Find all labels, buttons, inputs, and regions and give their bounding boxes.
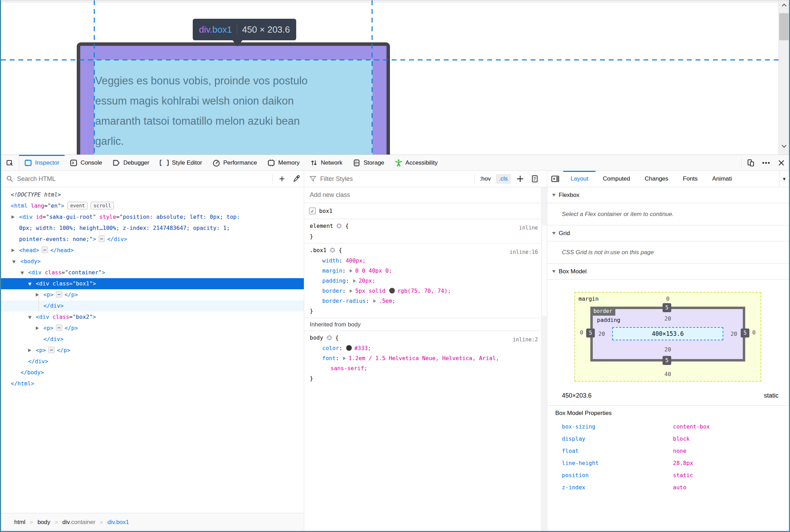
box-model-content-box[interactable]: 400×153.6 <box>612 327 723 340</box>
rules-scrollbar[interactable] <box>541 187 547 531</box>
expander-collapsed-icon[interactable] <box>11 249 15 252</box>
margin-bottom-value[interactable]: 40 <box>575 371 760 377</box>
selector-highlighter-icon[interactable] <box>326 335 332 341</box>
markup-line[interactable]: </div> <box>1 356 304 367</box>
css-declaration[interactable]: margin: 0 0 40px 0; <box>304 266 541 276</box>
markup-line[interactable]: <!DOCTYPE html> <box>1 189 304 200</box>
box-model-properties-header[interactable]: Box Model Properties <box>547 405 789 421</box>
css-declaration[interactable]: color: #333; <box>304 343 541 353</box>
add-node-button[interactable] <box>275 171 289 187</box>
inline-ellipsis-chip[interactable]: ⋯ <box>99 235 105 242</box>
property-name[interactable]: display <box>562 433 673 445</box>
value-expander-icon[interactable] <box>373 299 376 303</box>
property-value[interactable]: 400px; <box>346 257 366 264</box>
property-name[interactable]: z-index <box>562 481 673 493</box>
border-bottom-value[interactable]: 5 <box>663 356 671 365</box>
rule-selector[interactable]: element{inline <box>304 221 541 231</box>
markup-line[interactable]: <p>⋯</p> <box>1 289 304 300</box>
property-value[interactable]: .5em; <box>379 298 396 304</box>
property-value[interactable]: 1.2em / 1.5 Helvetica Neue, Helvetica, A… <box>349 355 499 361</box>
property-name[interactable]: color <box>322 345 339 351</box>
expander-expanded-icon[interactable] <box>20 272 24 275</box>
add-new-class-input[interactable]: Add new class <box>304 187 541 203</box>
box-model-border-layer[interactable]: border 5 5 5 5 padding 20 20 20 <box>590 307 745 361</box>
expander-collapsed-icon[interactable] <box>36 293 39 297</box>
expander-collapsed-icon[interactable] <box>11 215 15 219</box>
rule-selector[interactable]: body{inline:2 <box>304 333 541 343</box>
flexbox-section-header[interactable]: Flexbox <box>547 187 789 203</box>
css-declaration[interactable]: border-radius: .5em; <box>304 296 541 306</box>
property-name[interactable]: font <box>322 355 336 361</box>
search-html-input[interactable]: Search HTML <box>17 175 56 183</box>
expander-collapsed-icon[interactable] <box>36 326 39 330</box>
event-badge[interactable]: event <box>67 202 88 209</box>
sidebar-tab-computed[interactable]: Computed <box>596 171 637 187</box>
rule-source-link[interactable]: inline:16 <box>510 247 538 257</box>
expander-collapsed-icon[interactable] <box>28 349 31 352</box>
markup-line[interactable]: <div id="saka-gui-root" style="position:… <box>1 211 304 223</box>
padding-right-value[interactable]: 20 <box>731 331 737 337</box>
value-expander-icon[interactable] <box>350 289 352 293</box>
breadcrumb-item[interactable]: div.container <box>63 519 95 526</box>
markup-line[interactable]: <html lang="en">eventscroll <box>1 200 304 211</box>
margin-top-value[interactable]: 0 <box>575 296 760 302</box>
markup-line[interactable]: </div> <box>1 334 304 345</box>
rule-selector[interactable]: .box1{inline:16 <box>304 245 541 256</box>
inline-ellipsis-chip[interactable]: ⋯ <box>48 347 55 353</box>
css-declaration[interactable]: font: 1.2em / 1.5 Helvetica Neue, Helvet… <box>304 353 541 363</box>
property-name[interactable]: border <box>322 288 342 294</box>
property-name[interactable]: float <box>562 445 673 457</box>
devtools-tab-network[interactable]: Network <box>305 155 348 171</box>
expander-expanded-icon[interactable] <box>12 260 16 264</box>
box-model-padding-layer[interactable]: padding 20 20 20 20 400×153.6 <box>593 309 743 359</box>
margin-left-value[interactable]: 0 <box>580 329 583 336</box>
devtools-tab-performance[interactable]: Performance <box>207 155 262 171</box>
expand-sidebar-button[interactable] <box>547 171 563 187</box>
property-value[interactable]: 0 0 40px 0; <box>355 267 392 274</box>
markup-line[interactable]: <p>⋯</p> <box>1 345 304 356</box>
css-declaration[interactable]: border: 5px solid rgb(75, 70, 74); <box>304 286 541 296</box>
pseudo-class-toggle[interactable]: :hov <box>477 175 493 182</box>
expander-expanded-icon[interactable] <box>28 316 32 319</box>
margin-right-value[interactable]: 0 <box>752 329 756 336</box>
sidebar-tab-fonts[interactable]: Fonts <box>676 171 705 187</box>
sidebar-tab-animati[interactable]: Animati <box>705 171 739 187</box>
breadcrumb-item[interactable]: html <box>14 519 25 526</box>
sidebar-tab-changes[interactable]: Changes <box>637 171 675 187</box>
property-name[interactable]: box-sizing <box>562 421 673 433</box>
breadcrumb-item[interactable]: body <box>38 519 50 526</box>
devtools-tab-accessibility[interactable]: Accessibility <box>390 155 443 171</box>
css-declaration[interactable]: width: 400px; <box>304 256 541 266</box>
markup-line[interactable]: <head>⋯</head> <box>1 245 304 256</box>
inline-ellipsis-chip[interactable]: ⋯ <box>56 324 62 331</box>
selector-highlighter-icon[interactable] <box>330 247 335 253</box>
close-devtools-button[interactable] <box>774 155 789 171</box>
box-model-margin-layer[interactable]: margin 0 40 0 0 border 5 5 5 5 <box>574 292 761 382</box>
border-right-value[interactable]: 5 <box>741 329 749 338</box>
markup-line[interactable]: </div> <box>1 300 304 311</box>
markup-line[interactable]: <div class="container"> <box>1 267 304 278</box>
inline-ellipsis-chip[interactable]: ⋯ <box>56 291 62 298</box>
padding-left-value[interactable]: 20 <box>598 331 605 337</box>
property-value[interactable]: 20px; <box>359 277 375 284</box>
rule-source-link[interactable]: inline:2 <box>513 334 538 345</box>
markup-line[interactable]: <body> <box>1 256 304 267</box>
border-top-value[interactable]: 5 <box>663 303 671 312</box>
devtools-tab-style-editor[interactable]: { }Style Editor <box>155 155 207 171</box>
markup-line[interactable]: 0px; width: 100%; height…100%; z-index: … <box>1 223 304 234</box>
devtools-tab-inspector[interactable]: Inspector <box>19 155 65 171</box>
devtools-tab-memory[interactable]: Memory <box>262 155 305 171</box>
border-left-value[interactable]: 5 <box>586 329 595 338</box>
box-model-section-header[interactable]: Box Model <box>547 264 789 280</box>
all-tabs-chevron-icon[interactable]: ▼ <box>779 171 789 187</box>
property-name[interactable]: position <box>562 469 673 481</box>
devtools-tab-console[interactable]: Console <box>65 155 107 171</box>
markup-line-selected[interactable]: <div class="box1"> <box>1 278 304 289</box>
scroll-up-icon[interactable] <box>779 3 789 7</box>
padding-bottom-value[interactable]: 20 <box>593 346 743 353</box>
grid-section-header[interactable]: Grid <box>547 225 789 241</box>
pick-element-button[interactable] <box>1 155 19 171</box>
add-rule-button[interactable] <box>513 171 527 187</box>
property-name[interactable]: width <box>322 257 339 264</box>
filter-styles-input[interactable]: Filter Styles <box>320 175 353 183</box>
